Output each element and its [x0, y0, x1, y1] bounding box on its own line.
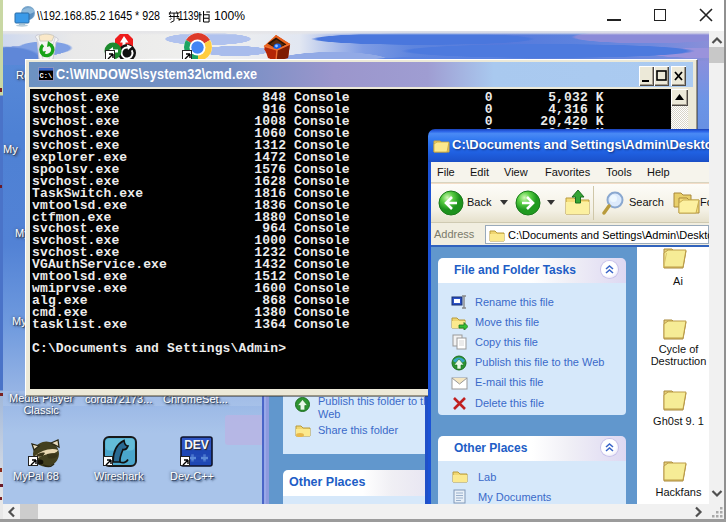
svg-text:DEV: DEV [184, 438, 209, 452]
svg-text:C:\: C:\ [40, 72, 53, 80]
